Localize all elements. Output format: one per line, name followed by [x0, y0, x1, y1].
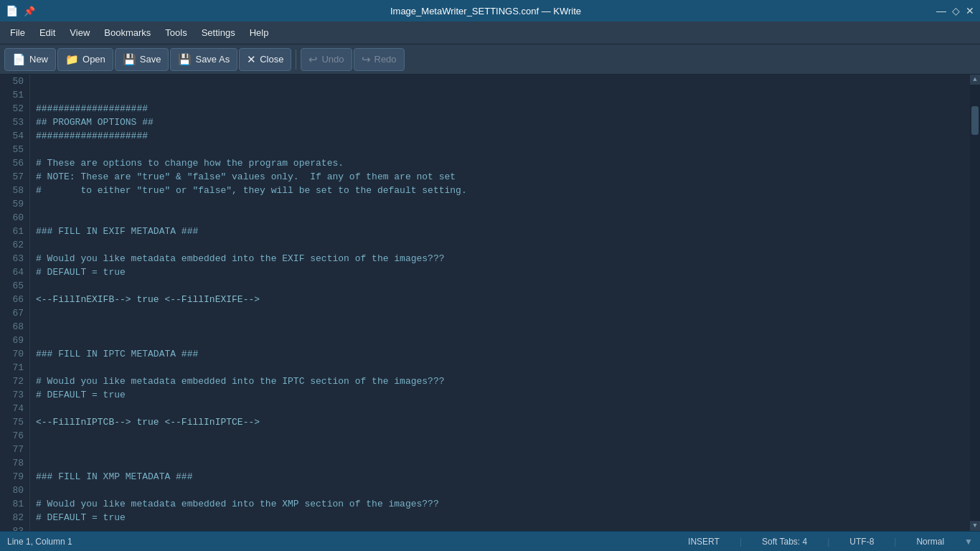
close-button[interactable]: ✕ — [966, 5, 974, 17]
undo-button[interactable]: ↩ Undo — [301, 48, 352, 71]
line-number: 62 — [6, 238, 24, 252]
pin-icon: 📌 — [24, 6, 35, 17]
window-title: Image_MetaWriter_SETTINGS.conf — KWrite — [35, 6, 936, 17]
code-line: <--FillInIPTCB--> true <--FillInIPTCE--> — [36, 415, 964, 429]
redo-icon: ↪ — [362, 53, 371, 66]
line-ending[interactable]: Normal — [910, 537, 950, 547]
line-number: 51 — [6, 88, 24, 102]
code-line: # These are options to change how the pr… — [36, 156, 964, 170]
code-line: ### FILL IN XMP METADATA ### — [36, 470, 964, 484]
scroll-thumb[interactable] — [971, 106, 979, 135]
line-number: 69 — [6, 334, 24, 347]
close-doc-icon: ✕ — [247, 53, 256, 66]
cursor-position: Line 1, Column 1 — [7, 537, 682, 547]
new-button[interactable]: 📄 New — [4, 48, 56, 71]
code-line: #################### — [36, 102, 964, 116]
code-line: ### FILL IN IPTC METADATA ### — [36, 347, 964, 361]
code-line: # Would you like metadata embedded into … — [36, 252, 964, 265]
code-line: # Would you like metadata embedded into … — [36, 497, 964, 511]
line-number: 70 — [6, 347, 24, 361]
vertical-scrollbar[interactable]: ▲ ▼ — [970, 75, 980, 531]
menu-tools[interactable]: Tools — [158, 24, 194, 41]
line-number: 68 — [6, 320, 24, 334]
line-number: 77 — [6, 443, 24, 456]
code-line: # DEFAULT = true — [36, 388, 964, 402]
line-number: 72 — [6, 375, 24, 388]
line-number: 66 — [6, 293, 24, 306]
close-doc-button[interactable]: ✕ Close — [239, 48, 291, 71]
line-number: 55 — [6, 143, 24, 156]
menu-help[interactable]: Help — [242, 24, 276, 41]
editor-area: 5051525354555657585960616263646566676869… — [0, 75, 980, 531]
line-number: 53 — [6, 116, 24, 129]
scroll-up-button[interactable]: ▲ — [970, 75, 980, 85]
line-number: 75 — [6, 415, 24, 429]
code-line — [36, 211, 964, 225]
toolbar-separator — [296, 50, 296, 70]
undo-icon: ↩ — [308, 53, 318, 66]
redo-button[interactable]: ↪ Redo — [354, 48, 405, 71]
line-number: 57 — [6, 170, 24, 184]
encoding[interactable]: UTF-8 — [844, 537, 880, 547]
line-number: 61 — [6, 225, 24, 238]
code-line: #################### — [36, 129, 964, 143]
line-number: 56 — [6, 156, 24, 170]
save-button[interactable]: 💾 Save — [115, 48, 169, 71]
saveas-icon: 💾 — [178, 53, 192, 66]
line-numbers: 5051525354555657585960616263646566676869… — [0, 75, 30, 531]
menu-settings[interactable]: Settings — [194, 24, 242, 41]
code-line: <--FillInEXIFB--> true <--FillInEXIFE--> — [36, 293, 964, 306]
line-number: 80 — [6, 484, 24, 497]
line-number: 71 — [6, 361, 24, 375]
line-number: 81 — [6, 497, 24, 511]
code-line — [36, 484, 964, 497]
line-number: 58 — [6, 184, 24, 197]
code-line: # NOTE: These are "true" & "false" value… — [36, 170, 964, 184]
minimize-button[interactable]: — — [936, 5, 946, 17]
open-button[interactable]: 📁 Open — [57, 48, 113, 71]
code-line — [36, 402, 964, 415]
code-line — [36, 320, 964, 334]
code-line — [36, 197, 964, 211]
line-number: 50 — [6, 75, 24, 88]
code-line — [36, 238, 964, 252]
menu-view[interactable]: View — [62, 24, 97, 41]
titlebar: 📄 📌 Image_MetaWriter_SETTINGS.conf — KWr… — [0, 0, 980, 22]
line-number: 60 — [6, 211, 24, 225]
scroll-down-button[interactable]: ▼ — [970, 521, 980, 531]
code-line — [36, 524, 964, 531]
tab-settings[interactable]: Soft Tabs: 4 — [756, 537, 813, 547]
code-line — [36, 334, 964, 347]
line-number: 79 — [6, 470, 24, 484]
scroll-track[interactable] — [970, 85, 980, 521]
code-editor[interactable]: ###################### PROGRAM OPTIONS #… — [30, 75, 970, 531]
menu-bookmarks[interactable]: Bookmarks — [97, 24, 158, 41]
line-number: 82 — [6, 511, 24, 524]
code-line: # DEFAULT = true — [36, 511, 964, 524]
open-icon: 📁 — [65, 53, 79, 66]
line-ending-arrow: ▼ — [964, 537, 973, 547]
code-line: ### FILL IN EXIF METADATA ### — [36, 225, 964, 238]
line-number: 83 — [6, 524, 24, 531]
code-line — [36, 306, 964, 320]
line-number: 59 — [6, 197, 24, 211]
line-number: 73 — [6, 388, 24, 402]
insert-mode[interactable]: INSERT — [682, 537, 725, 547]
line-number: 74 — [6, 402, 24, 415]
saveas-button[interactable]: 💾 Save As — [170, 48, 237, 71]
code-line — [36, 443, 964, 456]
menu-file[interactable]: File — [3, 24, 32, 41]
line-number: 76 — [6, 429, 24, 443]
line-number: 64 — [6, 265, 24, 279]
code-line: ## PROGRAM OPTIONS ## — [36, 116, 964, 129]
menu-edit[interactable]: Edit — [32, 24, 62, 41]
line-number: 65 — [6, 279, 24, 293]
app-icon: 📄 — [6, 5, 18, 17]
restore-button[interactable]: ◇ — [952, 5, 960, 17]
code-line — [36, 279, 964, 293]
code-line — [36, 361, 964, 375]
code-line — [36, 429, 964, 443]
code-line: # to either "true" or "false", they will… — [36, 184, 964, 197]
line-number: 63 — [6, 252, 24, 265]
code-line: # DEFAULT = true — [36, 265, 964, 279]
